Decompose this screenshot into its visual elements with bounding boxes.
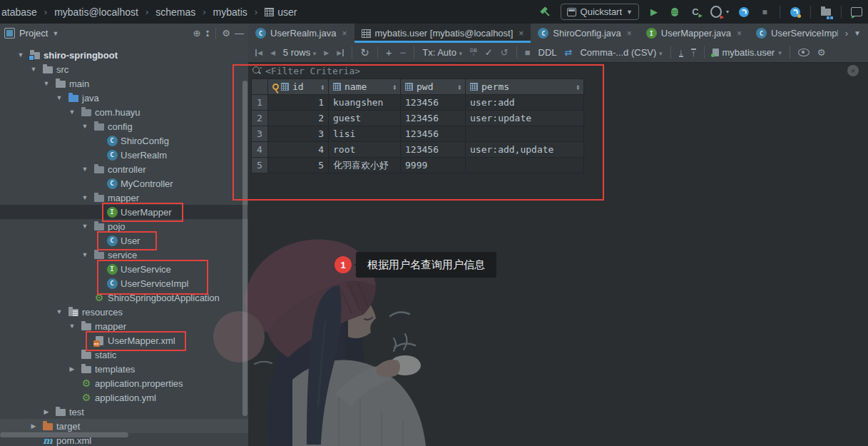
table-cell[interactable]: user:update bbox=[466, 111, 584, 126]
submit-db-icon[interactable]: DB↑ bbox=[470, 49, 477, 57]
tree-item-src[interactable]: ▼src bbox=[0, 62, 248, 76]
tree-expand-icon[interactable]: ▼ bbox=[79, 166, 91, 173]
import-data-icon[interactable]: ↑ bbox=[691, 49, 696, 57]
table-cell[interactable]: guest bbox=[329, 111, 401, 126]
tree-item-service[interactable]: ▼service bbox=[0, 248, 248, 262]
tree-item-com-huayu[interactable]: ▼com.huayu bbox=[0, 105, 248, 119]
tree-item-main[interactable]: ▼main bbox=[0, 76, 248, 91]
close-icon[interactable]: × bbox=[847, 65, 859, 76]
table-cell[interactable]: 化羽喜欢小妤 bbox=[329, 158, 401, 173]
breadcrumb-item[interactable]: user bbox=[265, 6, 297, 18]
export-format-dropdown[interactable]: Comma-...d (CSV) ▾ bbox=[580, 47, 662, 58]
column-header-id[interactable]: id▲▼ bbox=[268, 79, 329, 95]
breadcrumb-item[interactable]: mybatis@localhost bbox=[54, 6, 138, 18]
profiler-icon[interactable] bbox=[710, 6, 722, 18]
more-tabs-icon[interactable]: › bbox=[845, 28, 848, 39]
tree-item-userserviceimpl[interactable]: CUserServiceImpl bbox=[0, 276, 248, 290]
add-row-icon[interactable]: + bbox=[386, 46, 392, 59]
tree-item-controller[interactable]: ▼controller bbox=[0, 162, 248, 176]
preview-icon[interactable] bbox=[851, 6, 862, 18]
profiler-caret-icon[interactable]: ▾ bbox=[726, 9, 729, 15]
column-header-pwd[interactable]: pwd▲▼ bbox=[401, 79, 466, 95]
table-cell[interactable]: 5 bbox=[268, 158, 329, 173]
row-number-cell[interactable]: 3 bbox=[252, 126, 268, 142]
tab-mybatis-user-mybatis-localhost-[interactable]: mybatis.user [mybatis@localhost]× bbox=[354, 24, 531, 43]
tree-expand-icon[interactable]: ▼ bbox=[53, 94, 65, 101]
tree-item-mapper[interactable]: ▼mapper bbox=[0, 319, 248, 333]
export-data-icon[interactable]: ↓ bbox=[679, 49, 684, 57]
run-config-selector[interactable]: Quickstart ▼ bbox=[561, 4, 639, 20]
tree-expand-icon[interactable]: ▼ bbox=[41, 80, 52, 87]
tree-expand-icon[interactable]: ▼ bbox=[79, 251, 91, 258]
table-cell[interactable]: 1 bbox=[268, 95, 329, 111]
project-panel-title[interactable]: Project bbox=[19, 28, 48, 39]
tree-item-user[interactable]: CUser bbox=[0, 233, 248, 248]
page-size-dropdown[interactable]: 5 rows ▾ bbox=[283, 47, 316, 58]
coverage-icon[interactable]: C bbox=[690, 6, 701, 18]
tree-item-config[interactable]: ▼config bbox=[0, 119, 248, 133]
tree-expand-icon[interactable]: ▼ bbox=[28, 66, 39, 73]
chevron-down-icon[interactable]: ▼ bbox=[52, 30, 58, 37]
table-cell[interactable]: lisi bbox=[329, 126, 401, 142]
tab-usermapper-java[interactable]: IUserMapper.java× bbox=[639, 24, 749, 43]
sort-icon[interactable]: ▲▼ bbox=[321, 84, 324, 90]
breadcrumb-item[interactable]: mybatis bbox=[213, 6, 247, 18]
tree-expand-icon[interactable]: ▼ bbox=[66, 108, 78, 116]
tree-item-shiroconfig[interactable]: CShiroConfig bbox=[0, 133, 248, 148]
table-cell[interactable] bbox=[466, 158, 584, 173]
tree-item-application-properties[interactable]: ⚙application.properties bbox=[0, 376, 248, 390]
locate-icon[interactable]: ⊕ bbox=[193, 28, 201, 39]
debug-icon[interactable] bbox=[669, 6, 680, 18]
table-cell[interactable]: kuangshen bbox=[329, 95, 401, 111]
tree-expand-icon[interactable]: ▼ bbox=[66, 323, 78, 330]
settings-gear-icon[interactable]: ⚙ bbox=[817, 47, 826, 58]
sort-icon[interactable]: ▲▼ bbox=[458, 84, 461, 90]
view-options-icon[interactable] bbox=[798, 49, 810, 56]
tree-item-target[interactable]: ▶target bbox=[0, 419, 248, 433]
close-icon[interactable]: × bbox=[737, 29, 742, 39]
tree-collapse-icon[interactable]: ▶ bbox=[66, 365, 78, 372]
tree-item-application-yml[interactable]: ⚙application.yml bbox=[0, 390, 248, 405]
tree-expand-icon[interactable]: ▼ bbox=[79, 123, 91, 130]
commit-icon[interactable]: ✓ bbox=[485, 47, 493, 58]
close-icon[interactable]: × bbox=[519, 29, 524, 39]
tree-item-java[interactable]: ▼java bbox=[0, 91, 248, 105]
sort-icon[interactable]: ▲▼ bbox=[576, 84, 579, 90]
tree-expand-icon[interactable]: ▼ bbox=[79, 223, 91, 230]
first-page-icon[interactable]: ◀ bbox=[255, 49, 262, 56]
tree-item-shiro-springboot[interactable]: ▼shiro-springboot bbox=[0, 48, 248, 62]
tree-item-usermapper[interactable]: IUserMapper bbox=[0, 205, 248, 219]
table-cell[interactable]: root bbox=[329, 142, 401, 158]
next-page-icon[interactable]: ▶ bbox=[324, 49, 329, 56]
table-cell[interactable]: 9999 bbox=[401, 158, 466, 173]
collapse-all-icon[interactable]: ▼▲ bbox=[205, 31, 210, 36]
tree-item-resources[interactable]: ▼resources bbox=[0, 305, 248, 319]
table-cell[interactable]: 123456 bbox=[401, 126, 466, 142]
tree-item-mycontroller[interactable]: CMyController bbox=[0, 176, 248, 191]
table-cell[interactable]: 123456 bbox=[401, 111, 466, 126]
close-icon[interactable]: × bbox=[627, 29, 632, 39]
tree-collapse-icon[interactable]: ▶ bbox=[28, 422, 39, 430]
gear-icon[interactable]: ⚙ bbox=[222, 28, 230, 39]
changed-files-icon[interactable] bbox=[820, 6, 832, 18]
tree-expand-icon[interactable]: ▼ bbox=[15, 51, 26, 59]
tree-item-pojo[interactable]: ▼pojo bbox=[0, 219, 248, 233]
ddl-button[interactable]: DDL bbox=[538, 47, 557, 58]
table-cell[interactable]: user:add,update bbox=[466, 142, 584, 158]
table-cell[interactable] bbox=[466, 126, 584, 142]
delete-row-icon[interactable]: − bbox=[399, 46, 406, 59]
tab-userserviceimpl-java[interactable]: CUserServiceImpl.java bbox=[749, 24, 838, 43]
tree-item-userservice[interactable]: IUserService bbox=[0, 262, 248, 276]
ide-services-icon[interactable] bbox=[738, 6, 750, 18]
table-cell[interactable]: 4 bbox=[268, 142, 329, 158]
tree-item-static[interactable]: static bbox=[0, 348, 248, 362]
tree-item-test[interactable]: ▶test bbox=[0, 405, 248, 419]
run-icon[interactable]: ▶ bbox=[648, 6, 660, 18]
tree-item-usermapper-xml[interactable]: UserMapper.xml bbox=[0, 333, 248, 348]
close-icon[interactable]: × bbox=[342, 29, 347, 39]
row-number-cell[interactable]: 4 bbox=[252, 142, 268, 158]
table-cell[interactable]: user:add bbox=[466, 95, 584, 111]
horizontal-scrollbar[interactable] bbox=[0, 432, 128, 437]
sort-icon[interactable]: ▲▼ bbox=[393, 84, 396, 90]
row-number-cell[interactable]: 2 bbox=[252, 111, 268, 126]
